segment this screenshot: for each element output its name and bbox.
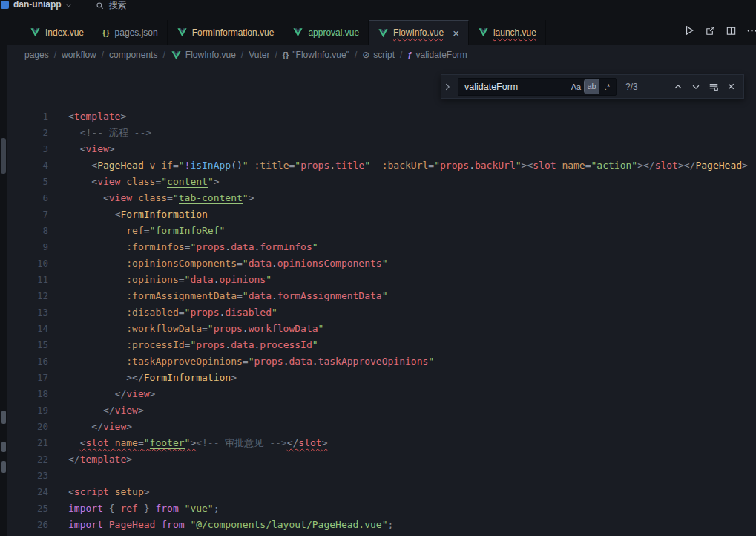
code-line-text: :opinionsComponents="data.opinionsCompon… — [48, 255, 388, 272]
code-line[interactable]: 8 ref="formInfoRef" — [7, 223, 756, 239]
code-line[interactable]: 5 <view class="content"> — [7, 174, 756, 190]
line-number: 25 — [7, 500, 48, 517]
more-actions-button[interactable] — [743, 23, 756, 41]
app-icon[interactable] — [1, 1, 9, 9]
activity-icon-fragment[interactable] — [1, 411, 6, 424]
tab-label: Index.vue — [45, 27, 84, 38]
project-menu[interactable]: dan-uniapp — [13, 0, 72, 10]
breadcrumb-item-components[interactable]: components — [109, 50, 157, 60]
breadcrumb-separator: / — [54, 50, 56, 60]
vue-icon — [378, 27, 389, 39]
code-line[interactable]: 24<script setup> — [7, 484, 756, 500]
code-line[interactable]: 19 </view> — [7, 402, 756, 419]
find-in-selection-button[interactable] — [706, 79, 721, 94]
code-line[interactable]: 13 :disabled="props.disabled" — [7, 304, 756, 321]
find-options: Aaab.* — [569, 79, 614, 94]
previous-match-button[interactable] — [670, 79, 686, 94]
code-line-text: :opinions="data.opinions" — [48, 272, 272, 288]
breadcrumb-item-pages[interactable]: pages — [24, 50, 49, 60]
tab-FormInformation.vue[interactable]: FormInformation.vue — [168, 20, 284, 45]
code-line-text: :workflowData="props.workflowData" — [48, 321, 323, 337]
line-number: 7 — [7, 206, 48, 223]
breadcrumb-label: script — [373, 50, 395, 60]
line-number: 10 — [7, 255, 48, 272]
code-line[interactable]: 10 :opinionsComponents="data.opinionsCom… — [7, 255, 756, 272]
activity-bar — [0, 10, 7, 536]
line-number: 18 — [7, 386, 48, 402]
breadcrumb-item-workflow[interactable]: workflow — [62, 50, 96, 60]
code-line[interactable]: 9 :formInfos="props.data.formInfos" — [7, 239, 756, 255]
editor-actions — [680, 23, 756, 41]
code-line[interactable]: 15 :processId="props.data.processId" — [7, 337, 756, 353]
project-name: dan-uniapp — [13, 0, 62, 10]
regex-toggle[interactable]: .* — [600, 79, 614, 94]
active-view-indicator — [1, 138, 6, 174]
code-line[interactable]: 11 :opinions="data.opinions" — [7, 272, 756, 288]
line-number: 26 — [7, 517, 48, 533]
tab-label: FormInformation.vue — [192, 27, 275, 38]
code-line-text: :taskApproveOpinions="props.data.taskApp… — [48, 353, 434, 370]
whole-word-toggle[interactable]: ab — [585, 79, 599, 94]
code-line[interactable]: 23 — [7, 468, 756, 484]
tab-approval.vue[interactable]: approval.vue — [283, 20, 369, 45]
vue-icon — [177, 27, 188, 38]
code-line[interactable]: 25import { ref } from "vue"; — [7, 500, 756, 517]
run-button[interactable] — [680, 23, 698, 41]
tab-Index.vue[interactable]: Index.vue — [21, 20, 93, 45]
open-preview-button[interactable] — [701, 23, 719, 41]
search-icon — [96, 1, 105, 10]
code-line[interactable]: 17 ></FormInformation> — [7, 370, 756, 386]
code-line[interactable]: 12 :formAssignmentData="data.formAssignm… — [7, 288, 756, 304]
code-line[interactable]: 6 <view class="tab-content"> — [7, 190, 756, 206]
code-line[interactable]: 14 :workflowData="props.workflowData" — [7, 321, 756, 337]
code-line[interactable]: 2 <!-- 流程 --> — [7, 125, 756, 141]
code-line[interactable]: 4 <PageHead v-if="!isInApp()" :title="pr… — [7, 157, 756, 174]
activity-icon-fragment[interactable] — [1, 461, 6, 473]
breadcrumb: pages/workflow/components/FlowInfo.vue/V… — [7, 45, 756, 65]
code-line[interactable]: 22</template> — [7, 451, 756, 468]
code-line[interactable]: 16 :taskApproveOpinions="props.data.task… — [7, 353, 756, 370]
tab-pages.json[interactable]: {}pages.json — [93, 20, 168, 45]
code-line-text: <FormInformation — [48, 206, 208, 223]
line-number: 19 — [7, 402, 48, 419]
code-line[interactable]: 20 </view> — [7, 419, 756, 435]
code-line-text: ref="formInfoRef" — [48, 223, 225, 239]
chevron-up-icon — [673, 82, 683, 92]
symbol-script-icon: ⊘ — [362, 50, 369, 60]
breadcrumb-item-script[interactable]: ⊘script — [362, 50, 395, 60]
breadcrumb-item-validateForm[interactable]: ƒvalidateForm — [407, 50, 467, 60]
tab-bar: Index.vue{}pages.jsonFormInformation.vue… — [0, 10, 756, 45]
titlebar-search[interactable]: 搜索 — [96, 0, 127, 10]
split-editor-button[interactable] — [722, 23, 740, 41]
code-line-text: </view> — [48, 386, 155, 402]
next-match-button[interactable] — [688, 79, 703, 94]
code-line[interactable]: 1<template> — [7, 108, 756, 125]
code-line-text: ></FormInformation> — [48, 370, 237, 386]
editor[interactable]: 1<template>2 <!-- 流程 -->3 <view>4 <PageH… — [7, 65, 756, 536]
breadcrumb-item-Vuter[interactable]: Vuter — [249, 50, 269, 60]
tab-FlowInfo.vue[interactable]: FlowInfo.vue× — [369, 20, 469, 45]
code-line[interactable]: 18 </view> — [7, 386, 756, 402]
line-number: 6 — [7, 190, 48, 206]
tab-launch.vue[interactable]: launch.vue — [469, 20, 546, 45]
line-number: 15 — [7, 337, 48, 353]
code-line[interactable]: 21 <slot name="footer"><!-- 审批意见 --></sl… — [7, 435, 756, 451]
code-line-text: </view> — [48, 419, 132, 435]
code-line[interactable]: 3 <view> — [7, 141, 756, 157]
code-line-text: <view class="content"> — [48, 174, 220, 190]
code-line-text: <PageHead v-if="!isInApp()" :title="prop… — [48, 157, 748, 174]
line-number: 3 — [7, 141, 48, 157]
json-icon: {} — [102, 28, 111, 37]
find-input[interactable]: validateForm Aaab.* — [458, 78, 617, 96]
find-widget: validateForm Aaab.* ?/3 — [441, 74, 744, 99]
toggle-replace-button[interactable] — [441, 75, 453, 98]
close-icon[interactable]: × — [453, 27, 459, 39]
code-line[interactable]: 26import PageHead from "@/components/lay… — [7, 517, 756, 533]
activity-icon-fragment[interactable] — [1, 442, 6, 452]
breadcrumb-item-FlowInfo.vue[interactable]: FlowInfo.vue — [171, 50, 236, 61]
breadcrumb-item-FlowInfo.vue[interactable]: {}"FlowInfo.vue" — [283, 50, 349, 60]
match-case-toggle[interactable]: Aa — [569, 79, 583, 94]
line-number: 4 — [7, 157, 48, 174]
close-find-button[interactable] — [723, 79, 739, 94]
code-line[interactable]: 7 <FormInformation — [7, 206, 756, 223]
